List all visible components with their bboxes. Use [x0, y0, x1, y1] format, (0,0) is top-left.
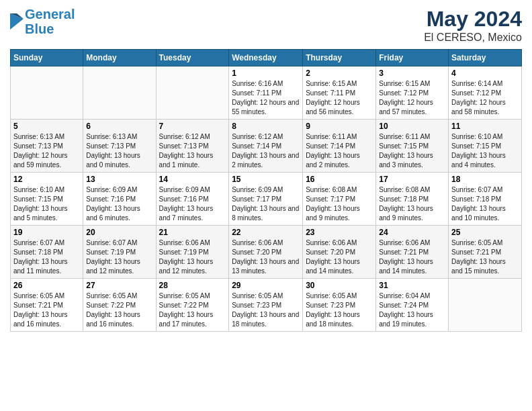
- day-number: 9: [306, 122, 373, 131]
- calendar-cell: 29Sunrise: 6:05 AM Sunset: 7:23 PM Dayli…: [229, 279, 303, 332]
- calendar-cell: 8Sunrise: 6:12 AM Sunset: 7:14 PM Daylig…: [229, 120, 303, 173]
- day-number: 11: [451, 122, 519, 131]
- day-info: Sunrise: 6:13 AM Sunset: 7:13 PM Dayligh…: [86, 132, 152, 170]
- calendar-cell: 11Sunrise: 6:10 AM Sunset: 7:15 PM Dayli…: [449, 120, 522, 173]
- day-number: 16: [306, 175, 373, 184]
- day-info: Sunrise: 6:15 AM Sunset: 7:11 PM Dayligh…: [306, 79, 373, 117]
- calendar-cell: 23Sunrise: 6:06 AM Sunset: 7:20 PM Dayli…: [303, 226, 376, 279]
- day-info: Sunrise: 6:13 AM Sunset: 7:13 PM Dayligh…: [13, 132, 80, 170]
- title-month: May 2024: [424, 7, 522, 32]
- day-info: Sunrise: 6:06 AM Sunset: 7:20 PM Dayligh…: [232, 238, 300, 276]
- day-info: Sunrise: 6:07 AM Sunset: 7:19 PM Dayligh…: [86, 238, 152, 276]
- day-number: 25: [451, 228, 519, 237]
- day-number: 3: [379, 68, 445, 78]
- day-number: 27: [86, 281, 152, 290]
- calendar-cell: 2Sunrise: 6:15 AM Sunset: 7:11 PM Daylig…: [303, 66, 376, 120]
- calendar-cell: 31Sunrise: 6:04 AM Sunset: 7:24 PM Dayli…: [376, 279, 449, 332]
- day-number: 8: [232, 122, 300, 131]
- day-info: Sunrise: 6:09 AM Sunset: 7:17 PM Dayligh…: [232, 185, 300, 223]
- calendar-cell: 4Sunrise: 6:14 AM Sunset: 7:12 PM Daylig…: [449, 66, 522, 120]
- day-number: 24: [379, 228, 445, 237]
- day-info: Sunrise: 6:04 AM Sunset: 7:24 PM Dayligh…: [379, 291, 445, 329]
- day-info: Sunrise: 6:05 AM Sunset: 7:23 PM Dayligh…: [306, 291, 373, 329]
- calendar-cell: 1Sunrise: 6:16 AM Sunset: 7:11 PM Daylig…: [229, 66, 303, 120]
- day-info: Sunrise: 6:05 AM Sunset: 7:22 PM Dayligh…: [159, 291, 226, 329]
- day-info: Sunrise: 6:12 AM Sunset: 7:13 PM Dayligh…: [159, 132, 226, 170]
- calendar-week-row: 19Sunrise: 6:07 AM Sunset: 7:18 PM Dayli…: [11, 226, 522, 279]
- day-number: 7: [159, 122, 226, 131]
- calendar-cell: 6Sunrise: 6:13 AM Sunset: 7:13 PM Daylig…: [83, 120, 156, 173]
- calendar-cell: [83, 66, 156, 120]
- page-header: General Blue May 2024 El CERESO, Mexico: [10, 7, 522, 44]
- weekday-header-thursday: Thursday: [303, 50, 376, 66]
- day-info: Sunrise: 6:05 AM Sunset: 7:21 PM Dayligh…: [451, 238, 519, 276]
- calendar-cell: [156, 66, 229, 120]
- day-info: Sunrise: 6:11 AM Sunset: 7:15 PM Dayligh…: [379, 132, 445, 170]
- page-container: General Blue May 2024 El CERESO, Mexico …: [0, 0, 532, 338]
- day-info: Sunrise: 6:14 AM Sunset: 7:12 PM Dayligh…: [451, 79, 519, 117]
- logo-icon: [10, 13, 24, 30]
- calendar-cell: 28Sunrise: 6:05 AM Sunset: 7:22 PM Dayli…: [156, 279, 229, 332]
- calendar-cell: 22Sunrise: 6:06 AM Sunset: 7:20 PM Dayli…: [229, 226, 303, 279]
- calendar-cell: 20Sunrise: 6:07 AM Sunset: 7:19 PM Dayli…: [83, 226, 156, 279]
- day-info: Sunrise: 6:05 AM Sunset: 7:21 PM Dayligh…: [13, 291, 80, 329]
- calendar-cell: 27Sunrise: 6:05 AM Sunset: 7:22 PM Dayli…: [83, 279, 156, 332]
- calendar-cell: 24Sunrise: 6:06 AM Sunset: 7:21 PM Dayli…: [376, 226, 449, 279]
- day-info: Sunrise: 6:06 AM Sunset: 7:19 PM Dayligh…: [159, 238, 226, 276]
- day-number: 18: [451, 175, 519, 184]
- calendar-cell: 5Sunrise: 6:13 AM Sunset: 7:13 PM Daylig…: [11, 120, 83, 173]
- day-number: 2: [306, 68, 373, 78]
- calendar-cell: 17Sunrise: 6:08 AM Sunset: 7:18 PM Dayli…: [376, 173, 449, 226]
- weekday-header-row: SundayMondayTuesdayWednesdayThursdayFrid…: [11, 50, 522, 66]
- day-number: 4: [451, 68, 519, 78]
- calendar-cell: 21Sunrise: 6:06 AM Sunset: 7:19 PM Dayli…: [156, 226, 229, 279]
- weekday-header-saturday: Saturday: [449, 50, 522, 66]
- calendar-cell: 7Sunrise: 6:12 AM Sunset: 7:13 PM Daylig…: [156, 120, 229, 173]
- day-info: Sunrise: 6:08 AM Sunset: 7:18 PM Dayligh…: [379, 185, 445, 223]
- day-number: 14: [159, 175, 226, 184]
- day-number: 26: [13, 281, 80, 290]
- weekday-header-tuesday: Tuesday: [156, 50, 229, 66]
- calendar-cell: [449, 279, 522, 332]
- day-info: Sunrise: 6:09 AM Sunset: 7:16 PM Dayligh…: [159, 185, 226, 223]
- calendar-cell: 19Sunrise: 6:07 AM Sunset: 7:18 PM Dayli…: [11, 226, 83, 279]
- day-number: 10: [379, 122, 445, 131]
- calendar-week-row: 12Sunrise: 6:10 AM Sunset: 7:15 PM Dayli…: [11, 173, 522, 226]
- day-number: 31: [379, 281, 445, 290]
- calendar-week-row: 5Sunrise: 6:13 AM Sunset: 7:13 PM Daylig…: [11, 120, 522, 173]
- day-info: Sunrise: 6:12 AM Sunset: 7:14 PM Dayligh…: [232, 132, 300, 170]
- day-number: 21: [159, 228, 226, 237]
- calendar-cell: 30Sunrise: 6:05 AM Sunset: 7:23 PM Dayli…: [303, 279, 376, 332]
- weekday-header-sunday: Sunday: [11, 50, 83, 66]
- calendar-cell: 25Sunrise: 6:05 AM Sunset: 7:21 PM Dayli…: [449, 226, 522, 279]
- calendar-cell: [11, 66, 83, 120]
- day-number: 5: [13, 122, 80, 131]
- day-info: Sunrise: 6:11 AM Sunset: 7:14 PM Dayligh…: [306, 132, 373, 170]
- day-info: Sunrise: 6:16 AM Sunset: 7:11 PM Dayligh…: [232, 79, 300, 117]
- calendar-cell: 13Sunrise: 6:09 AM Sunset: 7:16 PM Dayli…: [83, 173, 156, 226]
- day-number: 19: [13, 228, 80, 237]
- logo-text: General Blue: [25, 7, 75, 36]
- day-info: Sunrise: 6:09 AM Sunset: 7:16 PM Dayligh…: [86, 185, 152, 223]
- day-number: 28: [159, 281, 226, 290]
- calendar-cell: 15Sunrise: 6:09 AM Sunset: 7:17 PM Dayli…: [229, 173, 303, 226]
- title-location: El CERESO, Mexico: [424, 32, 522, 44]
- weekday-header-friday: Friday: [376, 50, 449, 66]
- day-info: Sunrise: 6:06 AM Sunset: 7:21 PM Dayligh…: [379, 238, 445, 276]
- day-info: Sunrise: 6:10 AM Sunset: 7:15 PM Dayligh…: [451, 132, 519, 170]
- title-block: May 2024 El CERESO, Mexico: [424, 7, 522, 44]
- calendar-cell: 9Sunrise: 6:11 AM Sunset: 7:14 PM Daylig…: [303, 120, 376, 173]
- calendar-cell: 26Sunrise: 6:05 AM Sunset: 7:21 PM Dayli…: [11, 279, 83, 332]
- logo: General Blue: [10, 7, 75, 36]
- calendar-week-row: 26Sunrise: 6:05 AM Sunset: 7:21 PM Dayli…: [11, 279, 522, 332]
- day-number: 20: [86, 228, 152, 237]
- day-info: Sunrise: 6:10 AM Sunset: 7:15 PM Dayligh…: [13, 185, 80, 223]
- calendar-table: SundayMondayTuesdayWednesdayThursdayFrid…: [10, 49, 522, 332]
- day-number: 29: [232, 281, 300, 290]
- calendar-cell: 10Sunrise: 6:11 AM Sunset: 7:15 PM Dayli…: [376, 120, 449, 173]
- day-info: Sunrise: 6:07 AM Sunset: 7:18 PM Dayligh…: [13, 238, 80, 276]
- day-number: 22: [232, 228, 300, 237]
- day-number: 23: [306, 228, 373, 237]
- day-number: 12: [13, 175, 80, 184]
- calendar-cell: 3Sunrise: 6:15 AM Sunset: 7:12 PM Daylig…: [376, 66, 449, 120]
